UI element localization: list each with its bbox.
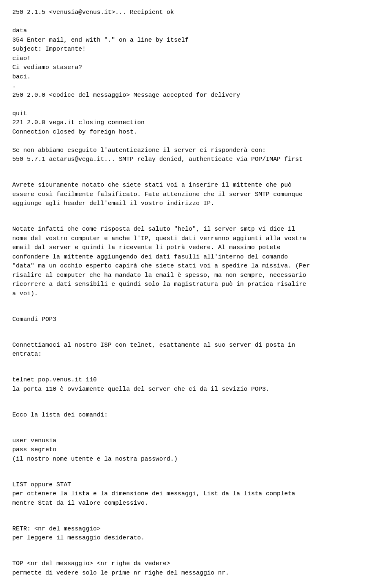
line-ecco-lista: Ecco la lista dei comandi:	[12, 411, 380, 420]
line14: Connection closed by foreign host.	[12, 128, 380, 137]
line-retr-desc: per leggere il messaggio desiderato.	[12, 534, 380, 543]
main-content: 250 2.1.5 <venusia@venus.it>... Recipien…	[12, 8, 380, 588]
line-list-stat: LIST oppure STAT	[12, 481, 380, 490]
line-pass: pass segreto	[12, 445, 380, 455]
comandi-pop3-heading: Comandi POP3	[12, 315, 380, 325]
para-falsificato: Avrete sicuramente notato che siete stat…	[12, 181, 380, 209]
line12: quit	[12, 109, 380, 119]
line8: baci.	[12, 73, 380, 82]
line3: data	[12, 27, 380, 36]
line4: 354 Enter mail, end with "." on a line b…	[12, 36, 380, 45]
line-nome-utente: (il nostro nome utente e la nostra passw…	[12, 455, 380, 464]
line5: subject: Importante!	[12, 45, 380, 54]
line16-17: Se non abbiamo eseguito l'autenticazione…	[12, 146, 380, 165]
line-telnet: telnet pop.venus.it 110	[12, 376, 380, 385]
line-retr: RETR: <nr del messaggio>	[12, 525, 380, 534]
line-porta110: la porta 110 è ovviamente quella del ser…	[12, 385, 380, 394]
line-top: TOP <nr del messaggio> <nr righe da vede…	[12, 559, 380, 569]
para-notate: Notate infatti che come risposta del sal…	[12, 225, 380, 298]
line10: 250 2.0.0 <codice del messaggio> Message…	[12, 91, 380, 100]
line9: .	[12, 82, 380, 91]
line-list-desc: per ottenere la lista e la dimensione de…	[12, 490, 380, 508]
line1: 250 2.1.5 <venusia@venus.it>... Recipien…	[12, 8, 380, 18]
line-user: user venusia	[12, 437, 380, 446]
line6: ciao!	[12, 54, 380, 64]
line-top-desc: permette di vedere solo le prime nr righ…	[12, 569, 380, 578]
line7: Ci vediamo stasera?	[12, 63, 380, 73]
line13: 221 2.0.0 vega.it closing connection	[12, 118, 380, 128]
para-connettiamoci: Connettiamoci al nostro ISP con telnet, …	[12, 341, 380, 359]
